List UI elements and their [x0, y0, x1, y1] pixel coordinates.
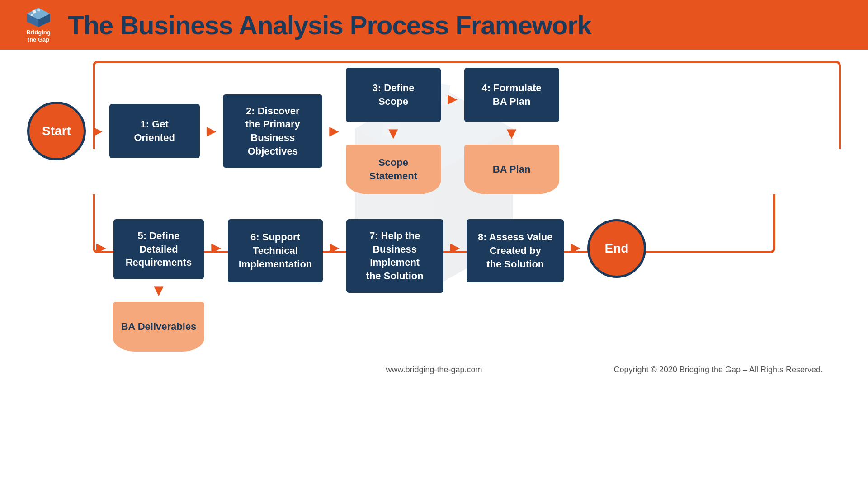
step8-box: 8: Assess Value Created by the Solution — [467, 219, 564, 282]
step3-group: 3: Define Scope ▼ Scope Statement — [346, 68, 441, 194]
logo-area: Bridging the Gap — [18, 6, 59, 43]
header: Bridging the Gap The Business Analysis P… — [0, 0, 868, 50]
arrow-3: ► — [326, 122, 342, 141]
step2-box: 2: Discover the Primary Business Objecti… — [223, 94, 322, 168]
website-text: www.bridging-the-gap.com — [386, 365, 482, 375]
ba-deliverables-box: BA Deliverables — [113, 302, 205, 352]
ba-plan-box: BA Plan — [464, 145, 559, 194]
svg-rect-6 — [31, 14, 33, 17]
step4-group: 4: Formulate BA Plan ▼ BA Plan — [464, 68, 559, 194]
step4-box: 4: Formulate BA Plan — [464, 68, 559, 122]
flow-container: Start ► 1: Get Oriented ► 2: Discover th… — [27, 68, 841, 352]
step5-box: 5: Define Detailed Requirements — [113, 219, 204, 279]
step3-box: 3: Define Scope — [346, 68, 441, 122]
step5-group: 5: Define Detailed Requirements ▼ BA Del… — [113, 219, 205, 352]
arrow-4: ► — [444, 89, 461, 108]
logo-text: Bridging the Gap — [26, 29, 50, 43]
row2: ► 5: Define Detailed Requirements ▼ BA D… — [27, 219, 841, 352]
arrow-down-3: ▼ — [385, 124, 401, 143]
arrow-2: ► — [203, 122, 220, 141]
arrow-down-4: ▼ — [504, 124, 520, 143]
row1: Start ► 1: Get Oriented ► 2: Discover th… — [27, 68, 841, 194]
step1-box: 1: Get Oriented — [109, 104, 200, 158]
arrow-5-in: ► — [93, 238, 109, 257]
start-node: Start — [27, 102, 86, 160]
svg-rect-5 — [37, 9, 40, 12]
footer: www.bridging-the-gap.com Copyright © 202… — [27, 365, 841, 375]
arrow-1: ► — [90, 122, 106, 141]
arrow-8: ► — [447, 238, 463, 257]
main-content: Start ► 1: Get Oriented ► 2: Discover th… — [0, 50, 868, 488]
logo-icon — [25, 6, 52, 29]
arrow-7: ► — [326, 238, 343, 257]
copyright-text: Copyright © 2020 Bridging the Gap – All … — [482, 365, 823, 375]
step7-box: 7: Help the Business Implement the Solut… — [346, 219, 443, 293]
arrow-6: ► — [208, 238, 224, 257]
step6-box: 6: Support Technical Implementation — [228, 219, 323, 282]
page-title: The Business Analysis Process Framework — [68, 10, 591, 40]
end-node: End — [587, 219, 646, 278]
arrow-end: ► — [567, 238, 584, 257]
scope-statement-box: Scope Statement — [346, 145, 441, 194]
arrow-down-5: ▼ — [151, 281, 167, 300]
